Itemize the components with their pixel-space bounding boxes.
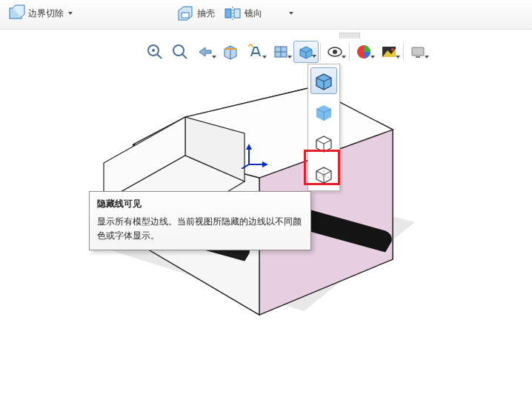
previous-view-button[interactable]: [193, 41, 218, 63]
mirror-icon: [224, 4, 242, 22]
hide-show-button[interactable]: [322, 41, 348, 63]
display-option-hidden-lines-visible[interactable]: [310, 161, 337, 187]
boundary-cut-icon: [7, 4, 25, 22]
tooltip-title: 隐藏线可见: [97, 198, 303, 210]
shell-icon: [176, 4, 194, 22]
view-orientation-button[interactable]: [268, 41, 293, 63]
section-view-button[interactable]: [218, 41, 243, 63]
svg-point-19: [173, 45, 184, 56]
chevron-down-icon: [68, 12, 73, 15]
chevron-down-icon: [425, 56, 429, 59]
heads-up-toolbar: [141, 39, 432, 65]
svg-rect-1: [225, 9, 231, 18]
chevron-down-icon: [342, 56, 346, 59]
ribbon-bar: 边界切除 抽壳 镜向: [0, 0, 532, 30]
svg-rect-2: [234, 9, 240, 18]
svg-marker-12: [246, 144, 252, 150]
tooltip-body: 显示所有模型边线。当前视图所隐藏的边线以不同颜色或字体显示。: [97, 215, 303, 242]
apply-scene-button[interactable]: [376, 41, 402, 63]
chevron-down-icon: [212, 56, 216, 59]
ribbon-group-features: 抽壳 镜向: [173, 1, 293, 24]
svg-marker-7: [133, 87, 393, 178]
display-option-hidden-lines-removed[interactable]: [310, 130, 337, 156]
chevron-down-icon: [396, 56, 400, 59]
zoom-to-fit-button[interactable]: [142, 41, 167, 63]
svg-rect-32: [416, 56, 420, 58]
display-option-shaded-with-edges[interactable]: [310, 67, 337, 94]
mirror-label: 镜向: [245, 7, 262, 20]
shell-label: 抽壳: [197, 7, 215, 20]
svg-line-20: [182, 54, 187, 59]
svg-point-30: [391, 48, 394, 51]
chevron-down-icon: [312, 55, 316, 58]
display-style-button[interactable]: [293, 41, 319, 63]
svg-line-17: [157, 54, 162, 59]
shell-button[interactable]: 抽壳: [173, 3, 218, 24]
svg-marker-14: [262, 161, 268, 167]
toolbar-separator: [403, 43, 404, 61]
svg-line-15: [242, 164, 249, 169]
zoom-area-button[interactable]: [167, 41, 193, 63]
chevron-down-icon: [262, 56, 267, 59]
toolbar-separator: [320, 43, 321, 61]
svg-marker-8: [185, 117, 245, 181]
display-style-dropdown: [307, 64, 340, 191]
chevron-down-icon: [287, 56, 292, 59]
chevron-down-icon: [289, 12, 293, 15]
mirror-button[interactable]: 镜向: [221, 3, 265, 24]
svg-rect-31: [412, 47, 424, 56]
tooltip: 隐藏线可见 显示所有模型边线。当前视图所隐藏的边线以不同颜色或字体显示。: [89, 191, 311, 250]
svg-point-26: [333, 50, 337, 54]
display-option-shaded[interactable]: [310, 99, 337, 125]
dynamic-annotation-button[interactable]: [243, 41, 268, 63]
view-settings-button[interactable]: [405, 41, 430, 63]
boundary-cut-button[interactable]: 边界切除: [4, 3, 76, 24]
toolbar-separator: [349, 43, 350, 61]
ribbon-group-cut: 边界切除: [4, 1, 76, 24]
boundary-cut-label: 边界切除: [28, 7, 64, 20]
svg-marker-9: [104, 117, 185, 201]
edit-appearance-button[interactable]: [351, 41, 376, 63]
svg-point-18: [152, 49, 155, 52]
orientation-triad: [242, 144, 268, 169]
chevron-down-icon: [370, 56, 375, 59]
